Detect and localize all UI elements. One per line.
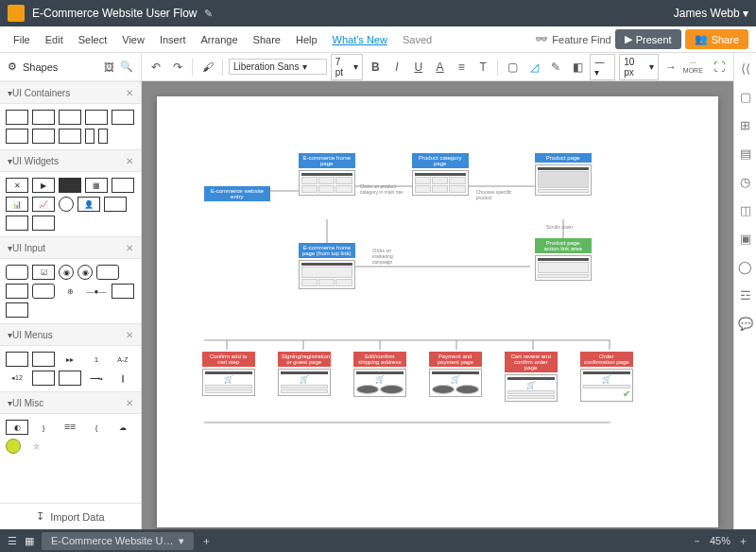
shape-item[interactable]: ◉: [77, 265, 93, 280]
menu-insert[interactable]: Insert: [154, 30, 192, 49]
shape-item[interactable]: [32, 110, 55, 125]
shape-item[interactable]: [6, 284, 28, 299]
shape-item[interactable]: [104, 197, 127, 212]
shape-item[interactable]: A-Z: [112, 352, 134, 367]
shape-item[interactable]: ▶: [32, 178, 55, 193]
flow-node[interactable]: Product page: [535, 153, 592, 196]
history-icon[interactable]: ◷: [738, 174, 753, 189]
search-icon[interactable]: 🔍: [120, 60, 133, 73]
master-icon[interactable]: ▣: [738, 231, 753, 246]
shape-item[interactable]: [85, 129, 94, 144]
close-icon[interactable]: ✕: [126, 156, 133, 166]
zoom-out-button[interactable]: －: [692, 534, 702, 548]
shape-item[interactable]: [98, 129, 108, 144]
menu-arrange[interactable]: Arrange: [195, 30, 243, 49]
feature-find[interactable]: 👓Feature Find: [535, 33, 610, 45]
align-button[interactable]: ≡: [453, 58, 471, 77]
shape-item[interactable]: [59, 197, 74, 212]
category-ui-input[interactable]: ▾ UI Input✕: [0, 236, 141, 259]
category-ui-menus[interactable]: ▾ UI Menus✕: [0, 323, 141, 346]
fullscreen-button[interactable]: ⛶: [710, 58, 728, 77]
shape-item[interactable]: ☁: [112, 420, 134, 435]
line-type-select[interactable]: — ▾: [590, 54, 615, 80]
shape-item[interactable]: [112, 178, 134, 193]
shape-item[interactable]: [6, 129, 28, 144]
flow-node[interactable]: Product category page: [412, 153, 469, 196]
close-icon[interactable]: ✕: [126, 88, 133, 98]
flow-node[interactable]: Payment and payment page🛒: [429, 352, 482, 397]
shape-item[interactable]: [112, 110, 134, 125]
doc-tab[interactable]: E-Commerce Website U…▾: [42, 532, 194, 550]
menu-view[interactable]: View: [116, 30, 150, 49]
text-color-button[interactable]: A: [431, 58, 449, 77]
folder-icon[interactable]: [8, 5, 25, 22]
underline-button[interactable]: U: [409, 58, 427, 77]
shape-item[interactable]: 👤: [77, 197, 100, 212]
shape-item[interactable]: [59, 129, 81, 144]
flow-node[interactable]: Signing/registration or guest page🛒: [278, 352, 331, 396]
flow-node[interactable]: E-commerce home page (from top link): [299, 243, 355, 289]
shape-item[interactable]: [96, 265, 119, 280]
shape-item[interactable]: [32, 129, 55, 144]
present-button[interactable]: ▶Present: [615, 29, 681, 49]
shape-item[interactable]: [59, 110, 81, 125]
shape-item[interactable]: ▦: [85, 178, 108, 193]
shape-item[interactable]: ☰☰: [59, 420, 81, 435]
share-button[interactable]: 👥Share: [685, 29, 748, 49]
bold-button[interactable]: B: [367, 58, 385, 77]
list-view-icon[interactable]: ☰: [8, 535, 17, 547]
shape-item[interactable]: [6, 110, 28, 125]
shape-item[interactable]: 📈: [32, 197, 55, 212]
canvas[interactable]: E-commerce website entry E-commerce home…: [142, 81, 733, 529]
italic-button[interactable]: I: [388, 58, 406, 77]
shape-item[interactable]: [6, 216, 28, 231]
paint-format-button[interactable]: 🖌: [198, 58, 216, 77]
data-icon[interactable]: ⊞: [738, 117, 753, 132]
page[interactable]: E-commerce website entry E-commerce home…: [157, 96, 718, 527]
shape-item[interactable]: }: [32, 420, 55, 435]
fill-color-button[interactable]: ▢: [504, 58, 522, 77]
flow-node[interactable]: Edit/confirm shipping address🛒: [353, 352, 406, 397]
shape-item[interactable]: 1: [85, 352, 108, 367]
shape-item[interactable]: ⊕: [59, 284, 81, 299]
font-select[interactable]: Liberation Sans▾: [229, 59, 327, 75]
actions-icon[interactable]: ☲: [738, 287, 753, 302]
arrow-style-button[interactable]: →: [662, 58, 680, 77]
menu-share[interactable]: Share: [248, 30, 286, 49]
shape-item[interactable]: [59, 371, 81, 386]
menu-whatsnew[interactable]: What's New: [327, 30, 393, 49]
flow-node[interactable]: Product page action link area: [535, 238, 592, 281]
shape-item[interactable]: ∥: [112, 371, 134, 386]
flow-node[interactable]: Cart review and confirm order page🛒: [505, 352, 558, 402]
shape-item[interactable]: [85, 110, 108, 125]
flow-node[interactable]: Confirm add to cart step🛒: [202, 352, 255, 396]
chat-icon[interactable]: 💬: [738, 316, 753, 331]
more-button[interactable]: ⋯MORE: [683, 58, 702, 77]
shape-item[interactable]: ◉: [59, 265, 74, 280]
shape-item[interactable]: ☆: [25, 439, 47, 454]
shape-item[interactable]: ◐: [6, 420, 28, 435]
shape-item[interactable]: —●—: [85, 284, 108, 299]
comments-icon[interactable]: ◯: [738, 259, 753, 274]
flow-node[interactable]: Order confirmation page🛒✔: [580, 352, 633, 402]
close-icon[interactable]: ✕: [126, 398, 133, 408]
shape-item[interactable]: {: [85, 420, 108, 435]
doc-title[interactable]: E-Commerce Website User Flow: [32, 7, 197, 20]
menu-help[interactable]: Help: [290, 30, 323, 49]
layers-icon[interactable]: ◫: [738, 202, 753, 217]
flow-node[interactable]: E-commerce home page: [299, 153, 355, 196]
shape-item[interactable]: ☑: [32, 265, 55, 280]
category-ui-misc[interactable]: ▾ UI Misc✕: [0, 391, 141, 414]
page-icon[interactable]: ▢: [738, 89, 753, 104]
shape-item[interactable]: [32, 371, 55, 386]
present-icon[interactable]: ▤: [738, 146, 753, 161]
category-ui-widgets[interactable]: ▾ UI Widgets✕: [0, 149, 141, 172]
redo-button[interactable]: ↷: [168, 58, 186, 77]
shape-item[interactable]: [6, 302, 28, 318]
font-size-select[interactable]: 7 pt▾: [331, 54, 363, 80]
menu-file[interactable]: File: [8, 30, 36, 49]
menu-edit[interactable]: Edit: [40, 30, 69, 49]
zoom-in-button[interactable]: ＋: [738, 534, 748, 548]
image-icon[interactable]: 🖼: [104, 61, 114, 73]
undo-button[interactable]: ↶: [147, 58, 165, 77]
